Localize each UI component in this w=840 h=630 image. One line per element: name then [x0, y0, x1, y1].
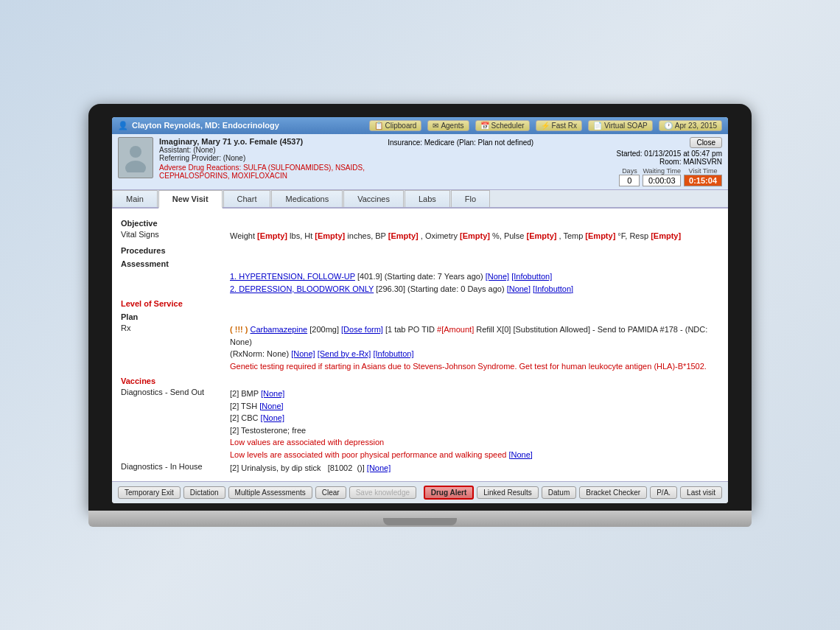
- multiple-assessments-button[interactable]: Multiple Assessments: [228, 486, 312, 499]
- started-info: Started: 01/13/2015 at 05:47 pm Room: MA…: [617, 150, 722, 166]
- linked-results-button[interactable]: Linked Results: [477, 486, 539, 499]
- tab-new-visit[interactable]: New Visit: [158, 190, 223, 209]
- assessment-content: 1. HYPERTENSION, FOLLOW-UP [401.9] (Star…: [230, 270, 719, 295]
- diag-inhouse-label: Diagnostics - In House: [121, 462, 224, 475]
- diag-tsh-none[interactable]: [None]: [259, 402, 283, 410]
- days-label: Days: [619, 167, 640, 175]
- diag-bmp: [2] BMP [None]: [230, 388, 719, 400]
- diag-tsh: [2] TSH [None]: [230, 400, 719, 413]
- assessment-link-1[interactable]: 1. HYPERTENSION, FOLLOW-UP: [230, 272, 355, 281]
- svg-point-0: [130, 146, 141, 158]
- rx-content: ( !!! ) Carbamazepine [200mg] [Dose form…: [230, 323, 719, 372]
- patient-referring: Referring Provider: (None): [159, 154, 376, 162]
- plan-header: Plan: [121, 312, 719, 321]
- infobutton-2[interactable]: [Infobutton]: [533, 284, 573, 293]
- clear-button[interactable]: Clear: [315, 486, 346, 499]
- scheduler-button[interactable]: 📅 Scheduler: [475, 120, 530, 131]
- scheduler-icon: 📅: [480, 122, 489, 130]
- bracket-checker-button[interactable]: Bracket Checker: [579, 486, 647, 499]
- resp-empty[interactable]: [Empty]: [651, 231, 681, 240]
- agents-button[interactable]: ✉ Agents: [427, 120, 469, 131]
- temp-empty[interactable]: [Empty]: [585, 231, 615, 240]
- diag-testo-none[interactable]: [None]: [509, 450, 533, 459]
- tab-medications[interactable]: Medications: [271, 190, 343, 207]
- rx-drug-link[interactable]: Carbamazepine: [251, 325, 308, 334]
- patient-bar: Imaginary, Mary 71 y.o. Female (4537) As…: [112, 134, 728, 190]
- drug-alert-button[interactable]: Drug Alert: [424, 486, 475, 500]
- dictation-button[interactable]: Dictation: [183, 486, 225, 499]
- assessment-label-empty: [121, 270, 224, 295]
- last-visit-button[interactable]: Last visit: [680, 486, 722, 499]
- assessment-code-2: [296.30]: [376, 284, 407, 293]
- tab-vaccines[interactable]: Vaccines: [343, 190, 404, 207]
- diag-cbc: [2] CBC [None]: [230, 412, 719, 424]
- emr-screen: 👤 Clayton Reynolds, MD: Endocrinology 📋 …: [112, 117, 728, 503]
- weight-empty[interactable]: [Empty]: [257, 231, 287, 240]
- assessment-date-1: (Starting date: 7 Years ago): [385, 272, 483, 281]
- pulse-empty[interactable]: [Empty]: [526, 231, 556, 240]
- patient-insurance-section: Insurance: Medicare (Plan: Plan not defi…: [382, 137, 610, 148]
- rx-row: Rx ( !!! ) Carbamazepine [200mg] [Dose f…: [121, 323, 719, 372]
- save-knowledge-button[interactable]: Save knowledge: [349, 486, 416, 499]
- clipboard-button[interactable]: 📋 Clipboard: [369, 120, 422, 131]
- patient-name: Imaginary, Mary 71 y.o. Female (4537): [159, 137, 376, 146]
- rx-none[interactable]: [None]: [291, 349, 315, 358]
- datum-button[interactable]: Datum: [542, 486, 576, 499]
- diagnostics-sendout-row: Diagnostics - Send Out [2] BMP [None] [2…: [121, 388, 719, 461]
- rx-sub-line: (RxNorm: None) [None] [Send by e-Rx] [In…: [230, 348, 719, 360]
- virtual-soap-button[interactable]: 📄 Virtual SOAP: [588, 120, 653, 131]
- date-display: 🕐 Apr 23, 2015: [659, 120, 722, 131]
- rx-main-line: ( !!! ) Carbamazepine [200mg] [Dose form…: [230, 323, 719, 348]
- agents-label: Agents: [441, 122, 463, 130]
- diag-bmp-none[interactable]: [None]: [261, 389, 284, 398]
- diag-testo-note2: Low levels are associated with poor phys…: [230, 449, 719, 461]
- user-icon: 👤: [118, 121, 128, 130]
- procedures-header: Procedures: [121, 246, 719, 255]
- ht-empty[interactable]: [Empty]: [315, 231, 345, 240]
- agents-icon: ✉: [433, 122, 438, 130]
- bottom-bar: Temporary Exit Dictation Multiple Assess…: [112, 481, 728, 503]
- days-value: 0: [619, 175, 640, 186]
- fast-rx-button[interactable]: ⚡ Fast Rx: [536, 120, 582, 131]
- rx-dose-form[interactable]: [Dose form]: [341, 325, 383, 334]
- laptop-base: [88, 511, 752, 527]
- rx-amount[interactable]: #[Amount]: [437, 325, 474, 334]
- rx-send-erx[interactable]: [Send by e-Rx]: [318, 349, 371, 358]
- nav-tabs: Main New Visit Chart Medications Vaccine…: [112, 190, 728, 209]
- started-text: Started: 01/13/2015 at 05:47 pm: [617, 150, 722, 158]
- infobutton-1[interactable]: [Infobutton]: [511, 272, 552, 281]
- patient-adr: Adverse Drug Reactions: SULFA (SULFONAMI…: [159, 164, 376, 180]
- laptop-hinge: [383, 518, 457, 525]
- visit-value: 0:15:04: [684, 175, 722, 186]
- rx-warn-icon: ( !!! ): [230, 325, 248, 334]
- tab-labs[interactable]: Labs: [405, 190, 450, 207]
- tab-chart[interactable]: Chart: [223, 190, 271, 207]
- bp-empty[interactable]: [Empty]: [388, 231, 419, 240]
- vitals-content: Weight [Empty] lbs, Ht [Empty] inches, B…: [230, 230, 719, 242]
- rx-label: Rx: [121, 323, 224, 372]
- patient-insurance: Insurance: Medicare (Plan: Plan not defi…: [388, 139, 604, 147]
- screen-bezel: 👤 Clayton Reynolds, MD: Endocrinology 📋 …: [88, 104, 752, 511]
- assessment-none-2[interactable]: [None]: [507, 284, 531, 293]
- rx-infobutton[interactable]: [Infobutton]: [373, 349, 413, 358]
- temporary-exit-button[interactable]: Temporary Exit: [118, 486, 181, 499]
- rx-rxnorm: (RxNorm: None): [230, 349, 289, 358]
- waiting-box: Waiting Time 0:00:03: [643, 167, 681, 186]
- avatar: [118, 137, 153, 178]
- tab-flo[interactable]: Flo: [451, 190, 490, 207]
- pa-button[interactable]: P/A.: [650, 486, 677, 499]
- assessment-link-2[interactable]: 2. DEPRESSION, BLOODWORK ONLY: [230, 284, 374, 293]
- rx-dose: [200mg]: [309, 325, 341, 334]
- diag-cbc-none[interactable]: [None]: [261, 413, 284, 422]
- tab-main[interactable]: Main: [112, 190, 158, 207]
- main-content[interactable]: Objective Vital Signs Weight [Empty] lbs…: [112, 209, 728, 481]
- close-button[interactable]: Close: [690, 137, 722, 148]
- fast-rx-icon: ⚡: [541, 122, 550, 130]
- ox-empty[interactable]: [Empty]: [460, 231, 490, 240]
- assessment-none-1[interactable]: [None]: [486, 272, 509, 281]
- diag-sendout-content: [2] BMP [None] [2] TSH [None] [2] CBC [N…: [230, 388, 719, 461]
- rx-sig: [1 tab PO TID: [385, 325, 437, 334]
- virtual-soap-label: Virtual SOAP: [604, 122, 648, 130]
- assessment-date-2: (Starting date: 0 Days ago): [407, 284, 504, 293]
- diag-urinalysis-none[interactable]: [None]: [367, 463, 391, 472]
